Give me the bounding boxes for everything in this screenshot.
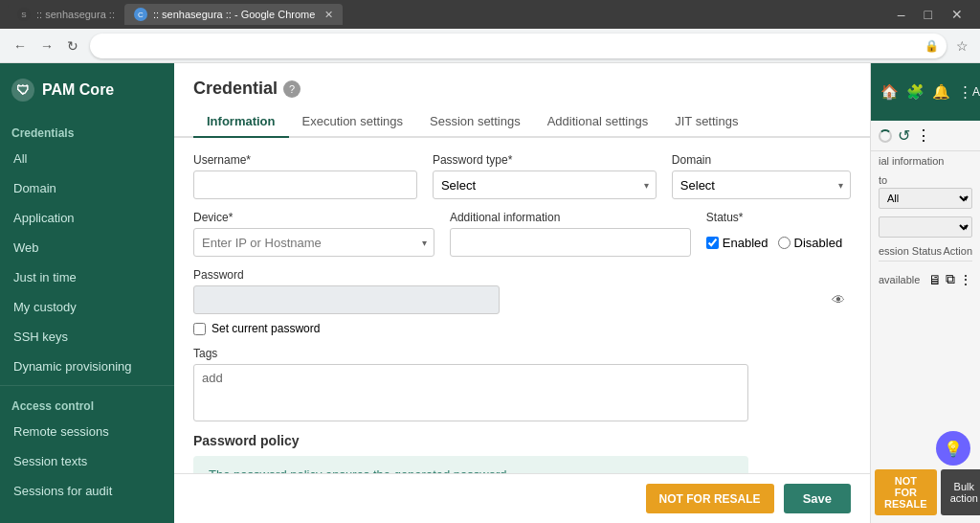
set-current-password-label[interactable]: Set current password bbox=[193, 322, 320, 335]
tab-session-settings[interactable]: Session settings bbox=[416, 106, 534, 138]
available-row: available 🖥 ⧉ ⋮ bbox=[871, 265, 980, 293]
refresh-icon[interactable]: ↺ bbox=[898, 126, 910, 145]
sidebar-item-dynamic-label: Dynamic provisioning bbox=[13, 359, 132, 374]
table-header-row: ession Status Action bbox=[871, 241, 980, 265]
domain-select[interactable]: Select bbox=[672, 171, 851, 199]
form-group-password: Password 👁 Set current password bbox=[193, 268, 851, 335]
tab-jit-settings[interactable]: JIT settings bbox=[661, 106, 751, 138]
not-for-resale-button-right[interactable]: NOT FOR RESALE bbox=[875, 469, 937, 515]
minimize-button[interactable]: – bbox=[888, 0, 915, 29]
back-button[interactable]: ← bbox=[8, 34, 33, 57]
copy-icon[interactable]: ⧉ bbox=[946, 271, 955, 287]
refresh-button[interactable]: ↻ bbox=[61, 34, 84, 57]
sidebar-item-ssh-keys[interactable]: SSH keys bbox=[0, 322, 174, 352]
section-access-title: Access control bbox=[0, 390, 174, 417]
password-type-select-wrap: Select ▾ bbox=[433, 171, 657, 199]
eye-icon[interactable]: 👁 bbox=[832, 292, 845, 307]
sidebar-item-audit-label: Sessions for audit bbox=[13, 484, 112, 498]
sidebar-item-all[interactable]: All bbox=[0, 144, 174, 173]
puzzle-icon[interactable]: 🧩 bbox=[906, 83, 924, 101]
form-group-status: Status* Enabled Disabled bbox=[706, 211, 851, 257]
screen-icon[interactable]: 🖥 bbox=[928, 272, 942, 287]
credential-header: Credential ? bbox=[174, 63, 870, 99]
form-footer: NOT FOR RESALE Save bbox=[174, 473, 870, 523]
row-dots-icon[interactable]: ⋮ bbox=[959, 272, 972, 287]
additional-info-input[interactable] bbox=[450, 228, 691, 257]
forward-button[interactable]: → bbox=[34, 34, 59, 57]
available-label: available bbox=[879, 274, 920, 285]
form-group-domain: Domain Select ▾ bbox=[672, 153, 851, 199]
home-icon[interactable]: 🏠 bbox=[880, 83, 899, 101]
filter-label: to bbox=[879, 174, 972, 186]
sidebar-item-session-texts[interactable]: Session texts bbox=[0, 446, 174, 476]
help-icon[interactable]: ? bbox=[283, 80, 301, 98]
domain-label: Domain bbox=[672, 153, 851, 167]
status-disabled-label[interactable]: Disabled bbox=[778, 236, 843, 250]
policy-title: Password policy bbox=[193, 433, 851, 448]
address-input[interactable] bbox=[90, 34, 947, 58]
sidebar-item-ssh-label: SSH keys bbox=[13, 330, 68, 344]
sidebar-item-remote-sessions[interactable]: Remote sessions bbox=[0, 417, 174, 446]
sidebar-logo: 🛡 PAM Core bbox=[0, 63, 174, 117]
tab-active-2[interactable]: C :: senhasegura :: - Google Chrome ✕ bbox=[124, 4, 343, 25]
sidebar-item-custody-label: My custody bbox=[13, 300, 77, 314]
vertical-dots-icon[interactable]: ⋮ bbox=[916, 126, 931, 145]
window-controls: – □ ✕ bbox=[888, 0, 972, 29]
sidebar-item-application[interactable]: Application bbox=[0, 203, 174, 233]
sidebar-item-jit-label: Just in time bbox=[13, 270, 77, 284]
bulb-icon: 💡 bbox=[944, 440, 963, 458]
lock-icon: 🔒 bbox=[924, 39, 939, 53]
main-content: Credential ? Information Execution setti… bbox=[174, 63, 870, 523]
tab-execution-settings[interactable]: Execution settings bbox=[289, 106, 417, 138]
set-current-password-checkbox[interactable] bbox=[193, 323, 206, 335]
second-select[interactable] bbox=[879, 216, 972, 238]
form-group-username: Username* bbox=[193, 153, 417, 199]
status-enabled-checkbox[interactable] bbox=[706, 237, 719, 249]
password-input[interactable] bbox=[193, 285, 500, 314]
more-icon[interactable]: ⋮ bbox=[958, 83, 972, 101]
floating-bulb-button[interactable]: 💡 bbox=[936, 431, 970, 466]
status-disabled-radio[interactable] bbox=[778, 237, 791, 249]
sidebar-item-my-custody[interactable]: My custody bbox=[0, 292, 174, 322]
close-button[interactable]: ✕ bbox=[942, 0, 972, 29]
password-type-select[interactable]: Select bbox=[433, 171, 657, 199]
credential-tabs: Information Execution settings Session s… bbox=[174, 106, 870, 138]
device-label: Device* bbox=[193, 211, 434, 224]
sidebar-item-just-in-time[interactable]: Just in time bbox=[0, 262, 174, 292]
form-group-additional-info: Additional information bbox=[450, 211, 691, 257]
password-input-wrap: 👁 bbox=[193, 285, 851, 314]
tab-information[interactable]: Information bbox=[193, 106, 289, 138]
filter-select-wrap: All ▾ bbox=[879, 188, 972, 209]
bell-icon[interactable]: 🔔 bbox=[932, 83, 950, 101]
save-button[interactable]: Save bbox=[784, 484, 851, 513]
maximize-button[interactable]: □ bbox=[915, 0, 942, 29]
right-panel: 🏠 🧩 🔔 ⋮ Admin ▾ ↺ ⋮ ial information bbox=[870, 63, 980, 523]
tab1-label: :: senhasegura :: bbox=[36, 9, 115, 20]
tab2-close-icon[interactable]: ✕ bbox=[324, 9, 333, 21]
right-panel-top: 🏠 🧩 🔔 ⋮ Admin ▾ bbox=[871, 63, 980, 121]
username-input[interactable] bbox=[193, 171, 417, 199]
sidebar-item-web[interactable]: Web bbox=[0, 233, 174, 262]
device-input[interactable] bbox=[193, 228, 434, 257]
tags-label: Tags bbox=[193, 347, 851, 360]
bulk-action-button[interactable]: Bulk action bbox=[941, 469, 980, 515]
sidebar-item-domain[interactable]: Domain bbox=[0, 173, 174, 203]
tab-additional-settings[interactable]: Additional settings bbox=[534, 106, 662, 138]
filter-select[interactable]: All bbox=[879, 188, 972, 209]
admin-label: Admin bbox=[972, 85, 980, 99]
not-for-resale-button[interactable]: NOT FOR RESALE bbox=[646, 484, 774, 513]
form-row-3: Password 👁 Set current password bbox=[193, 268, 851, 335]
additional-info-label: Additional information bbox=[450, 211, 691, 224]
bookmark-icon[interactable]: ☆ bbox=[952, 34, 972, 57]
title-bar: S :: senhasegura :: C :: senhasegura :: … bbox=[0, 0, 980, 29]
sidebar-item-sessions-for-audit[interactable]: Sessions for audit bbox=[0, 476, 174, 506]
tab-inactive-1[interactable]: S :: senhasegura :: bbox=[8, 4, 124, 25]
tags-input[interactable]: add bbox=[193, 364, 748, 421]
sidebar: 🛡 PAM Core Credentials All Domain Applic… bbox=[0, 63, 174, 523]
right-panel-top-icons: 🏠 🧩 🔔 ⋮ bbox=[880, 83, 972, 101]
status-enabled-label[interactable]: Enabled bbox=[706, 236, 768, 250]
sidebar-logo-text: PAM Core bbox=[42, 81, 114, 99]
sidebar-item-dynamic-provisioning[interactable]: Dynamic provisioning bbox=[0, 352, 174, 381]
form-row-2: Device* ▾ Additional information bbox=[193, 211, 851, 257]
credential-title: Credential bbox=[193, 79, 278, 99]
